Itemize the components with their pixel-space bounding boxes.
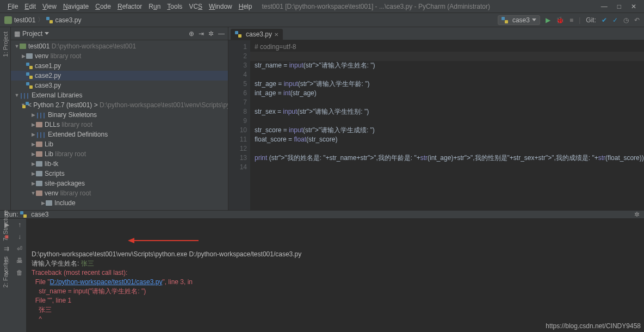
module-icon [20,44,26,49]
sidebar-structure[interactable]: 7: Structure [2,210,9,241]
breadcrumb-root[interactable]: test001 [14,16,35,24]
collapse-icon[interactable]: ⇥ [199,30,204,38]
python-file-icon [46,17,53,23]
python-file-icon [501,17,508,23]
menu-help[interactable]: Help [236,3,256,10]
menu-window[interactable]: Window [206,3,236,10]
libs-icon: ||| [36,132,46,138]
minimize-icon[interactable]: — [601,3,608,10]
menu-view[interactable]: View [39,3,60,10]
menu-run[interactable]: Run [145,3,164,10]
run-config-tab[interactable]: case3 [20,211,48,218]
close-icon[interactable]: ✕ [631,3,636,10]
python-file-icon [26,72,33,79]
folder-icon [36,190,42,196]
folder-icon [36,142,42,147]
project-panel: ▦ Project ⊕ ⇥ ✲ — ▼test001 D:\python-wor… [11,27,228,210]
chevron-down-icon[interactable] [45,32,49,35]
menu-edit[interactable]: Edit [21,3,39,10]
gutter: 1234567891011121314 [228,40,250,210]
folder-icon [36,122,42,127]
tab-case3[interactable]: case3.py ✕ [231,29,283,40]
history-icon[interactable]: ◷ [623,16,629,24]
chevron-down-icon [532,19,536,21]
libs-icon: ||| [20,93,29,99]
debug-icon[interactable]: 🐞 [556,16,564,24]
run-config-select[interactable]: case3 [498,15,540,25]
breadcrumb-bar: test001 〉 case3.py case3 ▶ 🐞 ■ | Git: ✔ … [0,13,644,27]
maximize-icon[interactable]: □ [617,3,621,10]
run-toolbar-left2: ↑ ↓ ⏎ 🖶 🗑 [13,219,26,332]
menu-tools[interactable]: Tools [164,3,185,10]
python-file-icon [26,82,33,89]
python-file-icon [26,63,33,69]
run-panel: Run: case3 ✲ ▶ ■ ⇉ ⎘ ✕ ↑ ↓ ⏎ 🖶 🗑 D:\pyth… [0,210,644,332]
down-icon[interactable]: ↓ [18,233,21,241]
trash-icon[interactable]: 🗑 [16,269,23,276]
svg-marker-1 [128,238,134,243]
window-title: test001 [D:\python-workspace\test001] - … [262,3,490,10]
print-icon[interactable]: 🖶 [16,257,23,265]
breadcrumb-file[interactable]: case3.py [55,16,81,24]
commit-icon[interactable]: ✔ [602,16,607,24]
sidebar-project[interactable]: 1: Project [2,32,9,57]
menu-code[interactable]: Code [92,3,114,10]
left-sidebar: 1: Project [0,27,11,210]
folder-icon [36,181,42,186]
folder-icon [26,53,33,59]
menu-navigate[interactable]: Navigate [60,3,92,10]
git-label: Git: [586,16,596,24]
sidebar-favorites[interactable]: 2: Favorites [2,256,9,287]
project-tree[interactable]: ▼test001 D:\python-workspace\test001 ▶ve… [11,40,228,210]
libs-icon: ||| [36,112,46,118]
target-icon[interactable]: ⊕ [189,30,194,38]
revert-icon[interactable]: ↶ [634,16,640,24]
project-icon: ▦ [14,30,20,38]
editor: case3.py ✕ 1234567891011121314 # coding=… [228,27,644,210]
gear-icon[interactable]: ✲ [208,30,214,38]
folder-icon [46,200,52,206]
gear-icon[interactable]: ✲ [634,211,640,218]
update-icon[interactable]: ✓ [612,16,618,24]
watermark: https://blog.csdn.net/CINDY9458 [546,322,641,330]
folder-icon [36,161,42,167]
hide-icon[interactable]: — [218,30,225,38]
stop-icon[interactable]: ■ [569,16,573,24]
menubar: File Edit View Navigate Code Refactor Ru… [0,0,644,13]
menu-file[interactable]: File [4,3,21,10]
up-icon[interactable]: ↑ [18,221,21,229]
menu-refactor[interactable]: Refactor [114,3,145,10]
project-title: Project [22,30,42,38]
module-icon [4,16,12,24]
code[interactable]: # coding=utf-8 str_name = input(str">"请输… [250,40,644,210]
annotation-arrow [113,228,184,235]
folder-icon [36,151,42,157]
console[interactable]: D:\python-workspace\test001\venv\Scripts… [26,219,644,332]
menu-vcs[interactable]: VCS [185,3,206,10]
folder-icon [36,171,42,176]
python-file-icon [235,31,242,38]
close-tab-icon[interactable]: ✕ [274,32,278,38]
wrap-icon[interactable]: ⏎ [17,245,22,253]
run-icon[interactable]: ▶ [546,16,550,24]
python-file-icon [20,211,27,218]
code-area[interactable]: 1234567891011121314 # coding=utf-8 str_n… [228,40,644,210]
